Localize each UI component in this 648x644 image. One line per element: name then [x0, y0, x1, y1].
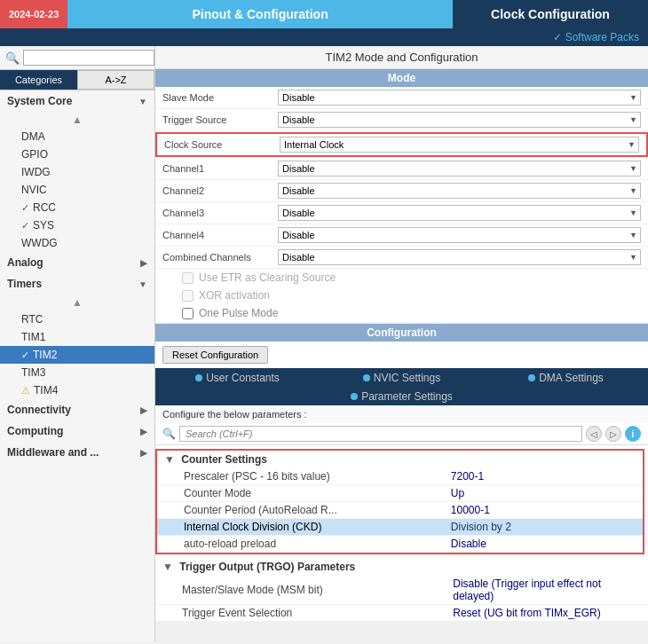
channel4-select[interactable]: Disable	[278, 227, 641, 243]
etr-checkbox-row: Use ETR as Clearing Source	[155, 269, 648, 287]
chevron-right-icon-mid: ▶	[140, 448, 147, 458]
analog-label: Analog	[7, 256, 43, 269]
sidebar-item-tim2[interactable]: ✓ TIM2	[0, 346, 154, 364]
trigger-source-select[interactable]: Disable	[278, 112, 641, 128]
counter-settings-section: ▼ Counter Settings Prescaler (PSC - 16 b…	[155, 449, 644, 554]
tab-atoz[interactable]: A->Z	[77, 70, 154, 90]
sidebar-item-wwdg[interactable]: WWDG	[0, 234, 154, 252]
one-pulse-checkbox[interactable]	[182, 308, 194, 319]
slave-mode-select-wrapper[interactable]: Disable	[278, 90, 641, 106]
warn-icon-tim4: ⚠	[21, 385, 30, 397]
scroll-up-arrow-2[interactable]: ▲	[0, 295, 154, 310]
clock-tab[interactable]: Clock Configuration	[453, 0, 648, 28]
sidebar-group-connectivity[interactable]: Connectivity ▶	[0, 399, 154, 420]
sidebar-group-timers[interactable]: Timers ▼	[0, 273, 154, 295]
channel2-row: Channel2 Disable	[155, 180, 648, 202]
channel1-label: Channel1	[162, 163, 278, 174]
search-prev-button[interactable]: ◁	[586, 426, 602, 442]
chevron-right-icon-analog: ▶	[140, 258, 147, 268]
software-packs-label[interactable]: ✓ Software Packs	[553, 31, 639, 43]
sidebar-item-iwdg[interactable]: IWDG	[0, 163, 154, 181]
sidebar-item-tim4[interactable]: ⚠ TIM4	[0, 381, 154, 399]
search-input[interactable]	[23, 50, 154, 66]
param-settings-label: Parameter Settings	[361, 390, 453, 403]
channel3-label: Channel3	[162, 208, 278, 218]
pinout-tab[interactable]: Pinout & Configuration	[67, 0, 453, 28]
tab-categories[interactable]: Categories	[0, 70, 77, 90]
param-row-counter-mode: Counter Mode Up	[157, 485, 643, 502]
clock-source-select-wrapper[interactable]: Internal Clock	[280, 137, 639, 153]
channel1-select[interactable]: Disable	[278, 161, 641, 177]
configuration-section: Configuration Reset Configuration User C…	[155, 324, 648, 622]
one-pulse-label: One Pulse Mode	[199, 307, 278, 319]
trigger-output-label: Trigger Output (TRGO) Parameters	[179, 561, 355, 573]
xor-label: XOR activation	[199, 289, 270, 302]
collapse-trigger-icon: ▼	[162, 561, 173, 573]
msm-label: Master/Slave Mode (MSM bit)	[155, 576, 426, 605]
trigger-output-group[interactable]: ▼ Trigger Output (TRGO) Parameters	[155, 558, 648, 576]
channel1-select-wrapper[interactable]: Disable	[278, 161, 641, 177]
param-search-input[interactable]	[179, 426, 582, 442]
search-bar: 🔍 ◁ ▷ i	[155, 423, 648, 445]
channel2-label: Channel2	[162, 185, 278, 196]
sidebar-group-systemcore[interactable]: System Core ▼	[0, 90, 154, 112]
combined-channels-label: Combined Channels	[162, 252, 278, 263]
sidebar-item-gpio[interactable]: GPIO	[0, 145, 154, 163]
channel2-select-wrapper[interactable]: Disable	[278, 183, 641, 199]
autoreload-label: auto-reload preload	[157, 536, 424, 553]
combined-channels-select[interactable]: Disable	[278, 249, 641, 265]
channel4-label: Channel4	[162, 230, 278, 240]
sidebar-item-dma[interactable]: DMA	[0, 128, 154, 145]
prescaler-value[interactable]: 7200-1	[424, 468, 643, 485]
software-packs-bar[interactable]: ✓ Software Packs	[0, 28, 648, 46]
sidebar-item-nvic[interactable]: NVIC	[0, 181, 154, 199]
search-small-icon: 🔍	[162, 428, 176, 440]
autoreload-value[interactable]: Disable	[424, 536, 643, 553]
param-row-ckd[interactable]: Internal Clock Division (CKD) Division b…	[157, 519, 643, 536]
clock-source-label: Clock Source	[164, 139, 280, 150]
sidebar-item-rtc[interactable]: RTC	[0, 310, 154, 328]
one-pulse-checkbox-row[interactable]: One Pulse Mode	[155, 304, 648, 322]
check-icon-sys: ✓	[21, 220, 29, 232]
slave-mode-row: Slave Mode Disable	[155, 87, 648, 109]
slave-mode-label: Slave Mode	[162, 92, 278, 103]
slave-mode-select[interactable]: Disable	[278, 90, 641, 106]
tab-user-constants[interactable]: User Constants	[155, 368, 320, 388]
trigger-source-select-wrapper[interactable]: Disable	[278, 112, 641, 128]
trigger-source-row: Trigger Source Disable	[155, 109, 648, 131]
search-next-button[interactable]: ▷	[605, 426, 621, 442]
counter-settings-group[interactable]: ▼ Counter Settings	[157, 451, 643, 468]
ckd-value[interactable]: Division by 2	[424, 519, 643, 536]
sidebar: 🔍 ⚙ Categories A->Z System Core ▼ ▲ DMA …	[0, 46, 155, 641]
trigger-event-label: Trigger Event Selection	[155, 605, 426, 622]
scroll-up-arrow[interactable]: ▲	[0, 112, 154, 128]
trigger-event-value[interactable]: Reset (UG bit from TIMx_EGR)	[426, 605, 648, 622]
channel3-row: Channel3 Disable	[155, 202, 648, 224]
tab-nvic-settings[interactable]: NVIC Settings	[320, 368, 484, 388]
check-icon-tim2: ✓	[21, 349, 29, 361]
combined-channels-row: Combined Channels Disable	[155, 247, 648, 269]
sidebar-item-tim1[interactable]: TIM1	[0, 328, 154, 346]
sidebar-group-middleware[interactable]: Middleware and ... ▶	[0, 442, 154, 463]
sidebar-item-rcc[interactable]: ✓ RCC	[0, 199, 154, 216]
dot-dma	[528, 374, 535, 381]
channel3-select[interactable]: Disable	[278, 205, 641, 221]
channel4-select-wrapper[interactable]: Disable	[278, 227, 641, 243]
counter-period-label: Counter Period (AutoReload R...	[157, 502, 424, 519]
reset-configuration-button[interactable]: Reset Configuration	[162, 346, 268, 364]
channel2-select[interactable]: Disable	[278, 183, 641, 199]
param-settings-bar[interactable]: Parameter Settings	[155, 388, 648, 405]
sidebar-item-tim3[interactable]: TIM3	[0, 364, 154, 381]
sidebar-item-sys[interactable]: ✓ SYS	[0, 216, 154, 234]
sidebar-group-analog[interactable]: Analog ▶	[0, 252, 154, 273]
counter-mode-value[interactable]: Up	[424, 485, 643, 502]
sidebar-group-computing[interactable]: Computing ▶	[0, 420, 154, 442]
msm-value[interactable]: Disable (Trigger input effect not delaye…	[426, 576, 648, 605]
chevron-down-icon: ▼	[138, 97, 147, 106]
counter-period-value[interactable]: 10000-1	[424, 502, 643, 519]
info-button[interactable]: i	[625, 426, 641, 442]
tab-dma-settings[interactable]: DMA Settings	[484, 368, 648, 388]
combined-channels-select-wrapper[interactable]: Disable	[278, 249, 641, 265]
clock-source-select[interactable]: Internal Clock	[280, 137, 639, 153]
channel3-select-wrapper[interactable]: Disable	[278, 205, 641, 221]
